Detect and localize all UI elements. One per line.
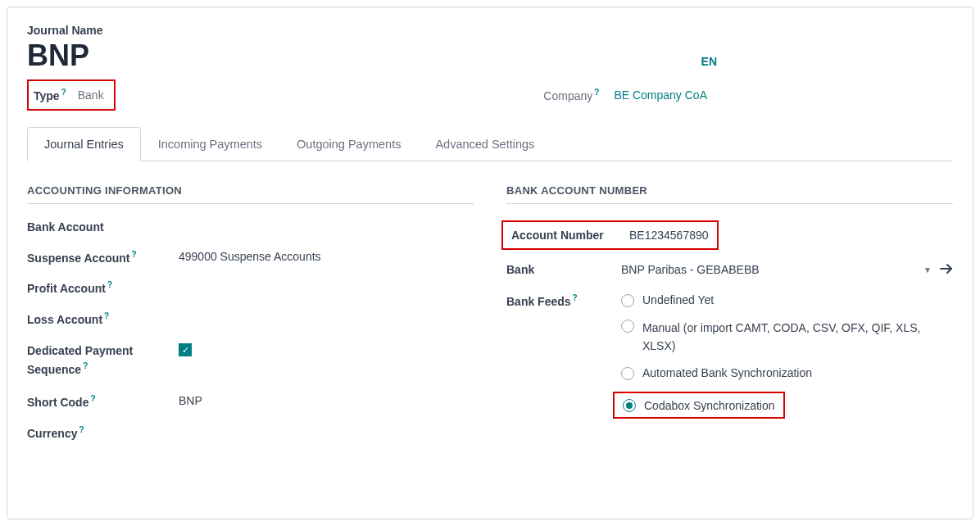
- radio-label: Manual (or import CAMT, CODA, CSV, OFX, …: [642, 319, 953, 356]
- arrow-right-icon[interactable]: [940, 263, 953, 277]
- help-icon[interactable]: ?: [104, 311, 109, 320]
- account-number-value[interactable]: BE1234567890: [629, 229, 709, 242]
- bank-account-label: Bank Account: [27, 220, 179, 234]
- radio-codabox[interactable]: Codabox Synchronization: [613, 392, 785, 419]
- dedicated-sequence-value[interactable]: ✓: [179, 342, 192, 357]
- journal-name-block: Journal Name BNP: [27, 24, 103, 79]
- bank-feeds-label: Bank Feeds?: [506, 293, 621, 308]
- help-icon[interactable]: ?: [594, 88, 599, 97]
- bank-select[interactable]: BNP Paribas - GEBABEBB ▼: [621, 263, 953, 277]
- help-icon[interactable]: ?: [83, 361, 88, 370]
- radio-undefined[interactable]: Undefined Yet: [621, 293, 953, 307]
- profit-account-row: Profit Account?: [27, 280, 474, 295]
- tab-advanced-settings[interactable]: Advanced Settings: [418, 127, 551, 161]
- help-icon[interactable]: ?: [61, 88, 66, 97]
- short-code-row: Short Code? BNP: [27, 394, 474, 409]
- radio-automated[interactable]: Automated Bank Synchronization: [621, 366, 953, 380]
- radio-label: Codabox Synchronization: [644, 399, 775, 412]
- bank-feeds-options: Undefined Yet Manual (or import CAMT, CO…: [621, 293, 953, 419]
- journal-name-value[interactable]: BNP: [27, 39, 103, 73]
- tab-incoming-payments[interactable]: Incoming Payments: [141, 127, 279, 161]
- tab-outgoing-payments[interactable]: Outgoing Payments: [279, 127, 418, 161]
- suspense-account-label: Suspense Account?: [27, 250, 179, 265]
- checkbox-checked-icon[interactable]: ✓: [179, 343, 192, 356]
- bank-feeds-row: Bank Feeds? Undefined Yet Manual (or imp…: [506, 293, 953, 419]
- radio-icon[interactable]: [621, 367, 634, 380]
- company-label: Company?: [543, 88, 599, 102]
- radio-checked-icon[interactable]: [623, 399, 636, 412]
- currency-row: Currency?: [27, 425, 474, 440]
- radio-label: Undefined Yet: [642, 293, 714, 306]
- language-button[interactable]: EN: [701, 55, 717, 68]
- short-code-label: Short Code?: [27, 394, 179, 409]
- dedicated-sequence-row: Dedicated Payment Sequence? ✓: [27, 342, 474, 379]
- help-icon[interactable]: ?: [90, 394, 95, 403]
- header-row: Journal Name BNP EN: [27, 24, 953, 79]
- journal-name-label: Journal Name: [27, 24, 103, 37]
- accounting-info-title: ACCOUNTING INFORMATION: [27, 184, 474, 204]
- type-field-highlight: Type? Bank: [27, 79, 116, 111]
- help-icon[interactable]: ?: [132, 250, 137, 259]
- short-code-value[interactable]: BNP: [179, 394, 202, 407]
- radio-icon[interactable]: [621, 294, 634, 307]
- help-icon[interactable]: ?: [573, 293, 578, 302]
- radio-codabox-highlight: Codabox Synchronization: [621, 392, 953, 419]
- bank-row: Bank BNP Paribas - GEBABEBB ▼: [506, 263, 953, 277]
- loss-account-row: Loss Account?: [27, 311, 474, 326]
- bank-account-column: BANK ACCOUNT NUMBER Account Number BE123…: [506, 184, 953, 456]
- help-icon[interactable]: ?: [107, 280, 112, 289]
- suspense-account-row: Suspense Account? 499000 Suspense Accoun…: [27, 250, 474, 265]
- profit-account-label: Profit Account?: [27, 280, 179, 295]
- type-company-row: Type? Bank Company? BE Company CoA: [27, 79, 953, 111]
- tab-journal-entries[interactable]: Journal Entries: [27, 127, 141, 161]
- help-icon[interactable]: ?: [79, 425, 84, 434]
- bank-value: BNP Paribas - GEBABEBB: [621, 263, 923, 276]
- loss-account-label: Loss Account?: [27, 311, 179, 326]
- bank-account-row: Bank Account: [27, 220, 474, 234]
- form-columns: ACCOUNTING INFORMATION Bank Account Susp…: [27, 184, 953, 456]
- accounting-info-column: ACCOUNTING INFORMATION Bank Account Susp…: [27, 184, 474, 456]
- radio-icon[interactable]: [621, 320, 634, 333]
- company-field: Company? BE Company CoA: [543, 88, 707, 102]
- type-value[interactable]: Bank: [78, 88, 104, 102]
- account-number-label: Account Number: [511, 229, 629, 242]
- type-label: Type?: [34, 88, 66, 102]
- suspense-account-value[interactable]: 499000 Suspense Accounts: [179, 250, 321, 263]
- caret-down-icon[interactable]: ▼: [923, 265, 932, 274]
- radio-label: Automated Bank Synchronization: [642, 366, 812, 379]
- dedicated-sequence-label: Dedicated Payment Sequence?: [27, 342, 179, 379]
- currency-label: Currency?: [27, 425, 179, 440]
- journal-form: Journal Name BNP EN Type? Bank Company? …: [7, 7, 973, 519]
- bank-account-number-title: BANK ACCOUNT NUMBER: [506, 184, 953, 204]
- bank-label: Bank: [506, 263, 621, 276]
- account-number-highlight: Account Number BE1234567890: [501, 220, 953, 250]
- radio-manual[interactable]: Manual (or import CAMT, CODA, CSV, OFX, …: [621, 319, 953, 356]
- company-value[interactable]: BE Company CoA: [614, 88, 707, 102]
- tabs: Journal Entries Incoming Payments Outgoi…: [27, 127, 953, 161]
